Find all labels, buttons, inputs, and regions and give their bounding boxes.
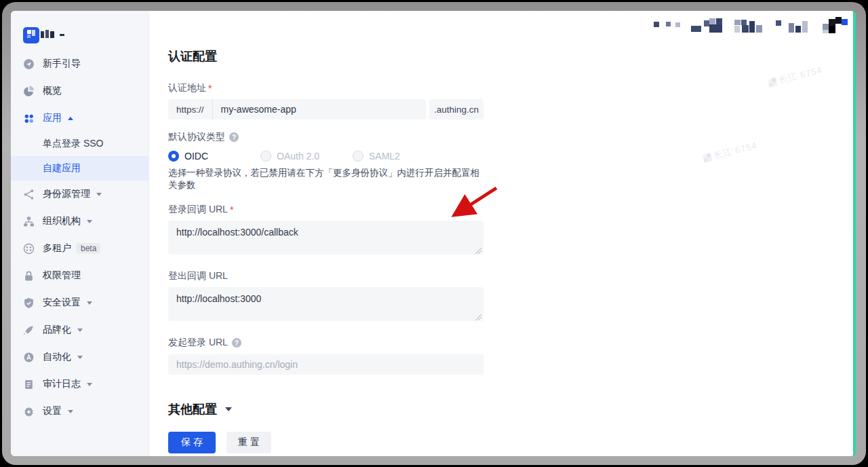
- radio-dot-icon: [260, 151, 271, 162]
- sidebar-item-branding[interactable]: 品牌化: [11, 316, 149, 343]
- auth-config-title-text: 认证配置: [168, 48, 217, 64]
- sidebar-item-label: 身份源管理: [43, 188, 90, 200]
- protocol-hint: 选择一种登录协议，若已禁用请在下方「更多身份协议」内进行开启并配置相关参数: [168, 167, 484, 191]
- tenant-icon: [23, 243, 35, 255]
- radio-label: OAuth 2.0: [277, 151, 319, 162]
- sidebar-item-identity-sources[interactable]: 身份源管理: [11, 181, 149, 208]
- required-asterisk: *: [208, 83, 212, 94]
- auth-url-label: 认证地址*: [168, 81, 484, 95]
- sidebar-item-security[interactable]: 安全设置: [11, 289, 149, 316]
- pie-chart-icon: [23, 86, 35, 97]
- sidebar-item-apps[interactable]: 应用: [11, 105, 149, 132]
- sidebar-item-label: 权限管理: [43, 269, 81, 282]
- reset-button[interactable]: 重 置: [226, 432, 271, 453]
- sidebar-item-label: 审计日志: [43, 378, 81, 390]
- initiate-login-label: 发起登录 URL ?: [168, 336, 484, 350]
- resize-handle[interactable]: [475, 314, 481, 320]
- auth-url-group: https://: [168, 99, 426, 119]
- sidebar-item-label: 应用: [43, 112, 62, 124]
- sidebar-item-label: 新手引导: [43, 58, 81, 70]
- sidebar-item-permissions[interactable]: 权限管理: [11, 262, 149, 289]
- sidebar-item-label: 设置: [43, 405, 62, 417]
- auth-config-title: 认证配置: [168, 48, 484, 65]
- chevron-down-icon: [87, 220, 92, 223]
- sidebar-item-label: 单点登录 SSO: [43, 138, 103, 150]
- radio-dot-icon: [168, 151, 179, 162]
- chevron-down-icon: [87, 383, 92, 386]
- radio-oauth-2-0: OAuth 2.0: [260, 151, 353, 162]
- login-callback-textarea[interactable]: http://localhost:3000/callback: [168, 221, 484, 255]
- paper-plane-icon: [23, 58, 35, 70]
- sidebar-menu: 新手引导概览应用单点登录 SSO自建应用身份源管理组织机构多租户beta权限管理…: [11, 50, 149, 425]
- radio-oidc[interactable]: OIDC: [168, 151, 260, 162]
- sidebar-item-audit-log[interactable]: 审计日志: [11, 371, 149, 398]
- sidebar-item-overview[interactable]: 概览: [11, 77, 149, 105]
- sidebar-item-guide[interactable]: 新手引导: [11, 50, 149, 77]
- chevron-up-icon: [68, 117, 73, 120]
- save-button[interactable]: 保 存: [168, 432, 216, 453]
- audit-log-icon: [23, 379, 35, 390]
- sidebar-item-label: 自建应用: [43, 162, 81, 174]
- main-panel: 认证配置 认证地址* https:// .authing.cn 默认协议类型 ?: [149, 11, 853, 456]
- shield-icon: [23, 297, 35, 309]
- protocol-radio-group: OIDCOAuth 2.0SAML2: [168, 149, 484, 163]
- beta-badge: beta: [77, 243, 100, 254]
- sidebar-item-sso[interactable]: 单点登录 SSO: [11, 132, 149, 156]
- auth-url-prefix: https://: [168, 99, 213, 119]
- logo-row[interactable]: [11, 11, 149, 50]
- radio-dot-icon: [353, 151, 363, 162]
- radio-label: SAML2: [369, 151, 400, 162]
- gear-icon: [23, 406, 35, 417]
- org-chart-icon: [23, 216, 35, 227]
- form-actions: 保 存 重 置: [168, 432, 484, 453]
- chevron-down-icon: [225, 407, 232, 411]
- app-grid-icon: [23, 113, 35, 124]
- sidebar-item-label: 概览: [43, 85, 62, 97]
- sidebar-item-automation[interactable]: 自动化: [11, 343, 149, 371]
- lock-icon: [23, 270, 35, 282]
- sidebar-item-label: 安全设置: [43, 297, 81, 309]
- help-icon[interactable]: ?: [232, 338, 241, 348]
- sidebar-item-multi-tenant[interactable]: 多租户beta: [11, 235, 149, 262]
- radio-saml2: SAML2: [353, 151, 445, 162]
- app-logo-icon: [23, 27, 39, 43]
- protocol-type-label: 默认协议类型 ?: [168, 130, 484, 144]
- resize-handle[interactable]: [475, 248, 481, 254]
- logout-callback-label: 登出回调 URL: [168, 269, 484, 283]
- logout-callback-field: http://localhost:3000: [168, 287, 484, 324]
- window-content: 新手引导概览应用单点登录 SSO自建应用身份源管理组织机构多租户beta权限管理…: [11, 11, 856, 456]
- required-asterisk: *: [230, 204, 233, 215]
- login-callback-field: http://localhost:3000/callback: [168, 221, 484, 257]
- sidebar: 新手引导概览应用单点登录 SSO自建应用身份源管理组织机构多租户beta权限管理…: [11, 11, 149, 456]
- auth-config-form: 认证配置 认证地址* https:// .authing.cn 默认协议类型 ?: [168, 11, 484, 453]
- chevron-down-icon: [87, 301, 92, 305]
- auth-url-suffix: .authing.cn: [429, 99, 484, 119]
- chevron-down-icon: [96, 193, 102, 196]
- other-config-title[interactable]: 其他配置: [168, 400, 484, 418]
- sidebar-item-label: 自动化: [43, 351, 71, 363]
- auth-url-field: https:// .authing.cn: [168, 99, 484, 119]
- chevron-down-icon: [68, 410, 73, 413]
- auth-url-input[interactable]: [213, 99, 426, 119]
- initiate-login-input[interactable]: [168, 354, 484, 375]
- sidebar-item-label: 组织机构: [43, 215, 81, 227]
- chevron-down-icon: [77, 356, 83, 359]
- radio-label: OIDC: [184, 151, 208, 162]
- sidebar-item-label: 品牌化: [43, 324, 71, 336]
- sidebar-item-settings[interactable]: 设置: [11, 398, 149, 425]
- automation-icon: [23, 352, 35, 363]
- sidebar-item-self-built-app[interactable]: 自建应用: [11, 156, 149, 181]
- share-icon: [23, 189, 35, 200]
- brush-icon: [23, 324, 35, 336]
- help-icon[interactable]: ?: [229, 132, 239, 142]
- login-callback-label: 登录回调 URL*: [168, 203, 484, 217]
- sidebar-item-label: 多租户: [43, 242, 71, 255]
- logout-callback-textarea[interactable]: http://localhost:3000: [168, 287, 484, 321]
- chevron-down-icon: [77, 329, 83, 332]
- screenshot-stage: 新手引导概览应用单点登录 SSO自建应用身份源管理组织机构多租户beta权限管理…: [0, 0, 868, 467]
- sidebar-item-org[interactable]: 组织机构: [11, 208, 149, 235]
